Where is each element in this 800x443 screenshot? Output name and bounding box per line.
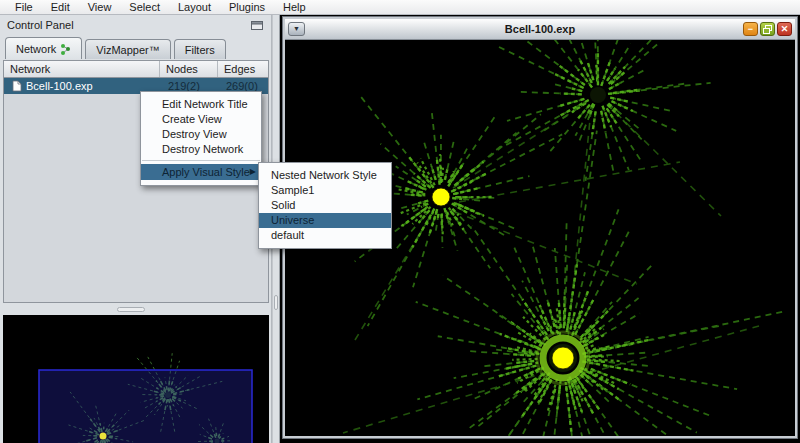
document-icon: [12, 80, 22, 92]
network-graph-icon: [60, 43, 71, 55]
control-panel-tabs: NetworkVizMapper™Filters: [0, 35, 271, 59]
minimize-button[interactable]: −: [743, 22, 758, 36]
restore-icon: [763, 25, 772, 34]
visual-style-submenu: Nested Network StyleSample1SolidUniverse…: [258, 162, 392, 249]
menu-file[interactable]: File: [6, 0, 42, 14]
tab-filters[interactable]: Filters: [174, 39, 226, 59]
submenu-arrow-icon: ▶: [250, 164, 256, 180]
menu-item-apply-visual-style[interactable]: Apply Visual Style▶: [141, 164, 261, 180]
style-option-sample1[interactable]: Sample1: [259, 183, 391, 198]
control-panel-title: Control Panel: [7, 19, 250, 31]
style-option-universe[interactable]: Universe: [259, 213, 391, 228]
tab-label: Network: [16, 43, 56, 55]
vertical-splitter-grip[interactable]: [274, 295, 278, 310]
menu-layout[interactable]: Layout: [169, 0, 220, 14]
splitter-grip[interactable]: [117, 307, 145, 312]
control-panel: Control Panel NetworkVizMapper™Filters N…: [0, 15, 272, 443]
menu-item-destroy-view[interactable]: Destroy View: [141, 127, 261, 142]
frame-titlebar[interactable]: ▼ Bcell-100.exp − ✕: [285, 19, 795, 40]
trigger-label: Apply Visual Style: [162, 164, 250, 180]
menu-select[interactable]: Select: [120, 0, 169, 14]
column-network[interactable]: Network: [4, 61, 160, 77]
network-context-menu: Edit Network TitleCreate ViewDestroy Vie…: [140, 91, 262, 186]
network-overview[interactable]: [3, 315, 269, 443]
tab-vizmapper-[interactable]: VizMapper™: [85, 39, 170, 59]
menu-plugins[interactable]: Plugins: [220, 0, 274, 14]
menu-bar: FileEditViewSelectLayoutPluginsHelp: [0, 0, 800, 15]
tab-network[interactable]: Network: [5, 37, 82, 59]
frame-title: Bcell-100.exp: [285, 23, 795, 35]
float-window-icon[interactable]: [250, 20, 264, 31]
style-option-nested-network-style[interactable]: Nested Network Style: [259, 168, 391, 183]
column-nodes[interactable]: Nodes: [160, 61, 218, 77]
menu-item-create-view[interactable]: Create View: [141, 112, 261, 127]
style-option-solid[interactable]: Solid: [259, 198, 391, 213]
frame-menu-button[interactable]: ▼: [288, 22, 305, 36]
overview-canvas[interactable]: [3, 315, 269, 443]
control-panel-header: Control Panel: [0, 15, 271, 35]
close-button[interactable]: ✕: [777, 22, 792, 36]
menu-help[interactable]: Help: [274, 0, 315, 14]
style-option-default[interactable]: default: [259, 228, 391, 243]
menu-edit[interactable]: Edit: [42, 0, 79, 14]
horizontal-splitter[interactable]: [0, 303, 272, 315]
restore-button[interactable]: [760, 22, 775, 36]
network-table-header: Network Nodes Edges: [4, 61, 268, 78]
menu-view[interactable]: View: [79, 0, 121, 14]
column-edges[interactable]: Edges: [218, 61, 268, 77]
menu-item-destroy-network[interactable]: Destroy Network: [141, 142, 261, 157]
menu-item-edit-network-title[interactable]: Edit Network Title: [141, 97, 261, 112]
network-name: Bcell-100.exp: [26, 80, 93, 92]
menu-separator: [142, 160, 260, 161]
